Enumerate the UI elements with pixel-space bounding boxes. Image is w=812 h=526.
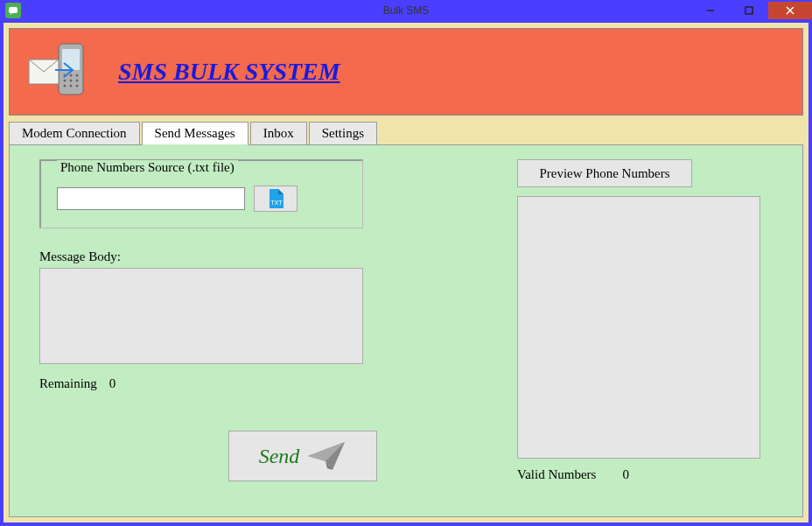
remaining-count: 0 — [109, 376, 116, 391]
phone-source-fieldset: Phone Numbers Source (.txt file) TXT — [39, 159, 363, 228]
valid-numbers-label: Valid Numbers — [517, 467, 596, 482]
outer-frame: SMS BULK SYSTEM Modem Connection Send Me… — [4, 23, 808, 522]
browse-file-button[interactable]: TXT — [254, 186, 298, 212]
svg-point-13 — [70, 85, 73, 88]
tab-strip: Modem Connection Send Messages Inbox Set… — [9, 121, 803, 144]
svg-rect-1 — [746, 7, 752, 14]
send-button-label: Send — [259, 445, 300, 468]
banner-logo — [22, 37, 92, 107]
svg-point-12 — [64, 85, 66, 88]
valid-numbers-row: Valid Numbers 0 — [517, 467, 629, 482]
preview-phone-numbers-button[interactable]: Preview Phone Numbers — [517, 159, 692, 187]
close-button[interactable] — [768, 2, 812, 19]
minimize-button[interactable] — [691, 2, 730, 19]
svg-point-8 — [76, 74, 79, 77]
banner: SMS BULK SYSTEM — [9, 28, 803, 116]
txt-file-icon: TXT — [264, 187, 287, 210]
phone-numbers-preview-list[interactable] — [517, 196, 760, 459]
tab-content: Phone Numbers Source (.txt file) TXT Mes… — [9, 144, 803, 517]
svg-point-11 — [76, 80, 79, 82]
remaining-label: Remaining — [39, 376, 97, 391]
valid-numbers-count: 0 — [622, 467, 629, 482]
phone-source-input[interactable] — [57, 187, 245, 210]
tab-settings[interactable]: Settings — [309, 122, 377, 145]
window-controls — [691, 2, 812, 19]
app-icon — [5, 3, 21, 18]
svg-rect-5 — [62, 49, 80, 70]
paper-plane-icon — [306, 438, 346, 473]
svg-point-10 — [70, 80, 73, 82]
svg-text:TXT: TXT — [270, 200, 283, 206]
svg-point-14 — [76, 85, 79, 88]
send-button[interactable]: Send — [228, 431, 377, 481]
svg-point-9 — [64, 80, 66, 82]
tab-modem-connection[interactable]: Modem Connection — [9, 122, 140, 145]
svg-point-7 — [70, 74, 73, 77]
message-body-input[interactable] — [39, 268, 363, 364]
tab-send-messages[interactable]: Send Messages — [142, 122, 248, 145]
tab-inbox[interactable]: Inbox — [250, 122, 307, 145]
titlebar: Bulk SMS — [0, 0, 812, 21]
phone-source-legend: Phone Numbers Source (.txt file) — [57, 160, 238, 174]
window-title: Bulk SMS — [0, 4, 812, 17]
preview-button-label: Preview Phone Numbers — [539, 166, 669, 181]
maximize-button[interactable] — [730, 2, 768, 19]
banner-title: SMS BULK SYSTEM — [118, 58, 340, 86]
